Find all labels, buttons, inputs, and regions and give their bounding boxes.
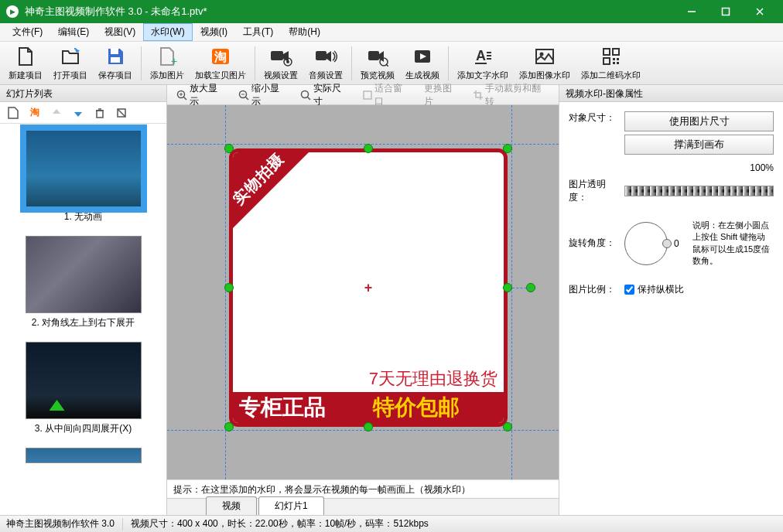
slide-item[interactable]: 2. 对角线左上到右下展开 [6,236,160,329]
clear-slides-button[interactable] [113,104,130,121]
svg-line-44 [307,97,310,100]
minimize-button[interactable] [675,0,709,23]
svg-rect-45 [364,91,371,99]
rotate-line [512,288,531,288]
add-image-button[interactable]: + 添加图片 [145,43,189,84]
slide-thumbnail[interactable] [26,236,142,313]
ratio-label: 图片比例： [569,283,618,296]
bar-right-text: 特价包邮 [370,392,504,423]
resize-handle-se[interactable] [503,422,512,431]
tip-bar: 提示：在这里添加的水印，将会显示在视频的每一帧画面上（视频水印） [167,479,559,498]
qr-wm-label: 添加二维码水印 [581,70,641,81]
video-settings-button[interactable]: 视频设置 [259,43,303,84]
view-toolbar: 放大显示 缩小显示 实际尺寸 适合窗口 更换图片 手动裁剪和翻转 [167,85,559,105]
main-toolbar: 新建项目 打开项目 保存项目 + 添加图片 淘 加载宝贝图片 视频设置 音频设置… [0,42,783,85]
save-project-label: 保存项目 [98,70,132,81]
rotate-description: 说明：在左侧小圆点上按住 Shift 键拖动鼠标可以生成15度倍数角。 [692,220,774,268]
svg-rect-25 [613,49,619,55]
use-image-size-button[interactable]: 使用图片尺寸 [624,111,774,131]
open-project-button[interactable]: 打开项目 [49,43,92,84]
opacity-label: 图片透明度： [569,178,618,204]
svg-rect-28 [617,58,619,60]
resize-handle-sw[interactable] [224,422,234,431]
svg-text:淘: 淘 [214,50,227,63]
close-button[interactable] [743,0,777,23]
add-qr-watermark-button[interactable]: 添加二维码水印 [576,43,645,84]
menu-watermark[interactable]: 水印(W) [143,23,192,41]
canvas[interactable]: 实物拍摄 7天无理由退换货 专柜正品 特价包邮 + [167,105,559,479]
taobao-slide-button[interactable]: 淘 [26,104,43,121]
resize-handle-nw[interactable] [224,144,234,153]
generate-icon [411,45,434,68]
properties-header: 视频水印-图像属性 [559,85,783,102]
rotate-dial-dot[interactable] [662,239,672,248]
menu-view[interactable]: 视图(V) [97,23,143,41]
svg-rect-26 [603,58,610,64]
status-info: 视频尺寸：400 x 400，时长：22.00秒，帧率：10帧/秒，码率：512… [131,517,429,530]
resize-handle-n[interactable] [364,144,373,153]
resize-handle-ne[interactable] [503,144,512,153]
preview-video-button[interactable]: 预览视频 [356,43,399,84]
resize-handle-s[interactable] [364,422,373,431]
new-project-button[interactable]: 新建项目 [4,43,47,84]
menu-file[interactable]: 文件(F) [5,23,50,41]
bar-left-text: 专柜正品 [233,392,370,423]
fill-canvas-button[interactable]: 撑满到画布 [624,135,774,155]
slide-item[interactable] [6,448,160,463]
video-settings-icon [269,45,292,68]
add-image-icon: + [156,45,179,68]
qr-icon [600,45,623,68]
keep-ratio-checkbox[interactable]: 保持纵横比 [624,283,684,296]
slide-thumbnail[interactable] [26,448,142,463]
menu-tools[interactable]: 工具(T) [235,23,281,41]
slide-item[interactable]: 1. 无动画 [6,130,160,223]
open-project-label: 打开项目 [53,70,87,81]
keep-ratio-input[interactable] [624,285,634,295]
save-project-button[interactable]: 保存项目 [94,43,137,84]
move-up-button[interactable] [48,104,65,121]
slide-list[interactable]: 1. 无动画 2. 对角线左上到右下展开 3. 从中间向四周展开(X) [0,124,166,515]
menu-video[interactable]: 视频(I) [193,23,235,41]
watermark-object[interactable]: 实物拍摄 7天无理由退换货 专柜正品 特价包邮 + [229,148,508,427]
tab-slide1[interactable]: 幻灯片1 [258,496,324,515]
add-image-watermark-button[interactable]: 添加图像水印 [515,43,575,84]
slide-thumbnail[interactable] [26,130,142,207]
move-down-button[interactable] [70,104,87,121]
text-watermark-icon: A [471,45,494,68]
slide-thumbnail[interactable] [26,342,142,419]
crop-flip-label: 手动裁剪和翻转 [485,82,549,108]
toolbar-separator [255,46,255,80]
rotate-dial[interactable] [624,222,668,265]
slide-list-actions: 淘 [0,102,166,124]
svg-text:+: + [171,55,177,66]
maximize-button[interactable] [709,0,743,23]
slide-list-header: 幻灯片列表 [0,85,166,102]
svg-line-15 [386,64,388,66]
slide-label: 2. 对角线左上到右下展开 [6,316,160,329]
add-slide-button[interactable] [5,104,22,121]
svg-point-23 [540,53,544,56]
tab-video[interactable]: 视频 [206,496,257,515]
svg-rect-5 [111,57,120,63]
svg-rect-9 [271,51,283,60]
main-area: 幻灯片列表 淘 1. 无动画 2. 对角线左上到右下展开 3. 从中间向四周展开… [0,85,783,515]
add-text-watermark-button[interactable]: A 添加文字水印 [453,43,513,84]
resize-handle-w[interactable] [224,283,234,292]
open-folder-icon [59,45,82,68]
bottom-tab-bar: 视频 幻灯片1 [167,498,559,515]
svg-rect-12 [316,51,327,60]
generate-video-button[interactable]: 生成视频 [401,43,444,84]
save-icon [104,45,127,68]
slide-item[interactable]: 3. 从中间向四周展开(X) [6,342,160,435]
slide-list-panel: 幻灯片列表 淘 1. 无动画 2. 对角线左上到右下展开 3. 从中间向四周展开… [0,85,167,515]
menu-edit[interactable]: 编辑(E) [50,23,97,41]
svg-rect-24 [603,49,610,55]
slide-label: 3. 从中间向四周展开(X) [6,422,160,435]
resize-handle-e[interactable] [503,283,512,292]
svg-line-35 [118,109,125,117]
menu-help[interactable]: 帮助(H) [281,23,328,41]
opacity-slider[interactable] [624,186,774,196]
audio-settings-button[interactable]: 音频设置 [304,43,347,84]
load-taobao-button[interactable]: 淘 加载宝贝图片 [190,43,251,84]
delete-slide-button[interactable] [91,104,108,121]
